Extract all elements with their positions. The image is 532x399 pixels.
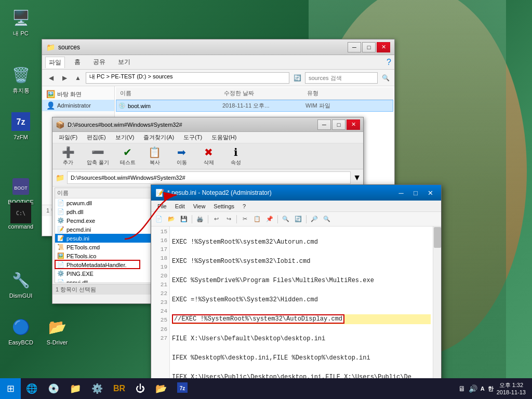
np-paste[interactable]: 📌 [264, 214, 275, 224]
7z-close[interactable]: ✕ [347, 119, 360, 130]
menu-tools[interactable]: 도구(T) [179, 132, 206, 142]
refresh-button[interactable]: 🔄 [291, 72, 303, 84]
np-menu-settings[interactable]: Settings [209, 202, 238, 210]
taskbar-settings[interactable]: ⚙️ [86, 378, 108, 399]
ini-icon2: 📝 [57, 235, 64, 242]
tool-delete[interactable]: ✖ 삭제 [197, 145, 220, 167]
desktop-icon-recycle[interactable]: 🗑️ 휴지통 [3, 62, 39, 96]
explorer-title-icon: 📁 [46, 43, 55, 51]
tray-network[interactable]: 🖥 [458, 384, 466, 393]
desktop-icon-command[interactable]: C:\ command [3, 203, 39, 230]
ribbon-tab-home[interactable]: 홈 [71, 57, 84, 68]
desktop-icon-mypc[interactable]: 🖥️ 내 PC [3, 5, 39, 39]
start-button[interactable]: ⊞ [0, 378, 21, 399]
close-button[interactable]: ✕ [377, 42, 390, 52]
maximize-button[interactable]: □ [362, 42, 376, 52]
sevenzip-titlebar[interactable]: 📦 D:\#sources#boot.wim#Windows#System32#… [52, 117, 363, 132]
minimize-button[interactable]: ─ [348, 42, 361, 52]
taskbar-7z[interactable]: 7z [172, 378, 193, 399]
exe-icon2: ⚙️ [57, 270, 64, 277]
menu-view[interactable]: 보기(V) [111, 132, 139, 142]
menu-favorites[interactable]: 즐겨찾기(A) [139, 132, 178, 142]
help-button[interactable]: ? [387, 58, 391, 67]
sevenzip-address[interactable]: D:\#sources#boot.wim#Windows#System32# [67, 171, 351, 184]
forward-button[interactable]: ▶ [59, 72, 70, 84]
np-menu-edit[interactable]: Edit [171, 202, 189, 210]
file-item-bootwim[interactable]: 💿 boot.wim 2018-11-11 오후... WIM 파일 [116, 100, 393, 112]
taskbar-explorer[interactable]: 📁 [64, 378, 86, 399]
settings-icon: ⚙️ [91, 383, 103, 394]
np-undo[interactable]: ↩ [210, 214, 222, 224]
np-replace[interactable]: 🔄 [292, 214, 304, 224]
np-close[interactable]: ✕ [423, 188, 437, 198]
ribbon-tab-file[interactable]: 파일 [45, 57, 65, 68]
np-save[interactable]: 💾 [178, 214, 190, 224]
np-new[interactable]: 📄 [153, 214, 165, 224]
back-button[interactable]: ◀ [45, 72, 57, 84]
ribbon-tab-share[interactable]: 공유 [90, 57, 109, 68]
notepad-editor[interactable]: 15 16 17 18 19 20 21 22 23 24 25 26 27 E… [151, 227, 441, 381]
np-menu-view[interactable]: View [189, 202, 210, 210]
np-menu-file[interactable]: File [153, 202, 171, 210]
tray-keyboard-ko[interactable]: 한 [488, 385, 494, 393]
taskbar-clock[interactable]: 오후 1:32 2018-11-13 [497, 381, 526, 396]
taskbar-power[interactable]: ⏻ [130, 378, 150, 399]
np-maximize[interactable]: □ [409, 188, 422, 198]
np-zoom-out[interactable]: 🔍 [321, 214, 332, 224]
sidebar-item-desktop[interactable]: 🖼️ 바탕 화면 [42, 88, 114, 100]
copy-icon: 📋 [148, 146, 161, 158]
explorer-titlebar[interactable]: 📁 sources ─ □ ✕ [42, 39, 394, 55]
tool-extract[interactable]: ➖ 압축 풀기 [84, 145, 112, 167]
np-redo[interactable]: ↪ [223, 214, 234, 224]
code-content[interactable]: EXEC !%SystemRoot%\system32\Autorun.cmd … [170, 227, 433, 381]
np-print[interactable]: 🖨️ [194, 214, 206, 224]
col-date-header[interactable]: 수정한 날짜 [222, 88, 305, 98]
menu-edit[interactable]: 편집(E) [83, 132, 110, 142]
7z-maximize[interactable]: □ [332, 119, 345, 130]
7z-minimize[interactable]: ─ [317, 119, 331, 130]
tool-copy[interactable]: 📋 복사 [143, 145, 166, 167]
np-cut[interactable]: ✂ [239, 214, 250, 224]
col-name-header[interactable]: 이름 [118, 88, 222, 98]
np-sep2 [208, 215, 208, 223]
tool-move[interactable]: ➡ 이동 [170, 145, 193, 167]
taskbar-folder2[interactable]: 📂 [150, 378, 172, 399]
tray-volume[interactable]: 🔊 [469, 384, 477, 393]
ribbon-tab-view[interactable]: 보기 [115, 57, 134, 68]
address-input[interactable]: 내 PC > PE-TEST (D:) > sources [86, 72, 289, 84]
taskbar-media[interactable]: 💿 [43, 378, 64, 399]
notepad-titlebar[interactable]: 📝 * pesub.ini - Notepad2 (Administrator)… [151, 185, 441, 201]
np-zoom-in[interactable]: 🔎 [309, 214, 320, 224]
cmd-icon: 📜 [57, 244, 64, 250]
sidebar-desktop-label: 바탕 화면 [57, 90, 82, 98]
bootice-icon: BOOT [10, 176, 31, 197]
taskbar-snapshotbr[interactable]: BR [108, 378, 130, 399]
search-input[interactable] [305, 72, 378, 84]
desktop-icon-7zfm[interactable]: 7z 7zFM [3, 109, 39, 143]
np-sep4 [277, 215, 278, 223]
np-minimize[interactable]: ─ [394, 188, 408, 198]
np-open[interactable]: 📂 [166, 214, 177, 224]
taskbar-ie[interactable]: 🌐 [21, 378, 43, 399]
sevenzip-addr-arrow[interactable]: ▼ [353, 173, 361, 182]
vertical-scrollbar[interactable] [433, 227, 441, 381]
np-copy[interactable]: 📋 [251, 214, 263, 224]
np-find[interactable]: 🔍 [280, 214, 291, 224]
tool-add[interactable]: ➕ 추가 [57, 145, 79, 167]
menu-file[interactable]: 파일(F) [55, 132, 82, 142]
desktop-icon-dismgui[interactable]: 🔧 DismGUI [3, 268, 39, 301]
menu-help[interactable]: 도움말(H) [207, 132, 241, 142]
sidebar-item-admin[interactable]: 👤 Administrator [42, 100, 114, 111]
desktop-icon-easybcd[interactable]: 🔵 EasyBCD [3, 314, 39, 348]
code-line-18: EXEC =!%SystemRoot%\System32\Hidden.cmd [172, 295, 431, 305]
desktop-icon-sdriver[interactable]: 📂 S-Driver [39, 314, 75, 348]
col-type-header[interactable]: 유형 [305, 88, 357, 98]
np-menu-help[interactable]: ? [238, 202, 250, 210]
up-button[interactable]: ▲ [72, 72, 84, 84]
tool-properties[interactable]: ℹ 속성 [224, 145, 247, 167]
tray-keyboard-en[interactable]: A [481, 385, 485, 392]
scrollbar-thumb[interactable] [434, 227, 441, 248]
dismgui-label: DismGUI [9, 292, 33, 299]
tool-test[interactable]: ✔ 테스트 [116, 145, 139, 167]
search-button[interactable]: 🔍 [380, 72, 391, 84]
